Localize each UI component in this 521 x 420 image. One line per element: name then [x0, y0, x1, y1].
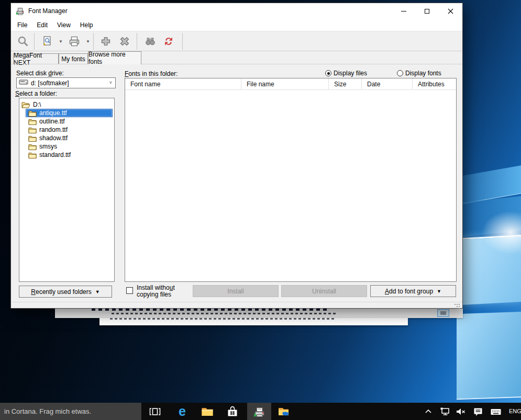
radio-icon	[325, 70, 331, 76]
store-button[interactable]	[222, 403, 243, 420]
background-window-strip	[55, 309, 463, 318]
uninstall-button[interactable]: Uninstall	[281, 285, 367, 297]
tab-bar: MegaFont NEXT My fonts Browse more fonts	[11, 51, 462, 64]
binoculars-icon	[144, 35, 157, 48]
language-indicator[interactable]: ENG	[509, 403, 521, 420]
find-button[interactable]	[142, 33, 158, 49]
volume-tray-button[interactable]	[453, 403, 468, 420]
menu-file[interactable]: File	[13, 20, 32, 30]
folder-tree[interactable]: D:\ antique.ttf outline.ttf random.ttf	[19, 98, 115, 282]
font-manager-taskbar-button[interactable]	[247, 403, 271, 420]
file-explorer-icon	[201, 405, 214, 418]
tree-root[interactable]: D:\	[19, 100, 114, 109]
toolbar: ▼ ▼	[11, 31, 462, 51]
printer-icon	[68, 35, 81, 48]
tree-item-smsys[interactable]: smsys	[19, 142, 114, 151]
install-without-copying-label: Install without copying files	[137, 285, 175, 298]
open-folder-icon	[21, 101, 30, 108]
statusbar-divider	[11, 302, 462, 302]
column-file-name[interactable]: File name	[241, 78, 329, 89]
refresh-icon	[162, 35, 175, 48]
folder-icon	[28, 110, 37, 117]
chevron-down-icon: ˅	[109, 80, 112, 85]
table-header: Font name File name Size Date Attributes	[125, 78, 456, 90]
column-font-name[interactable]: Font name	[125, 78, 241, 89]
x-icon	[118, 35, 131, 48]
font-file-table[interactable]: Font name File name Size Date Attributes	[125, 78, 457, 282]
radio-icon	[397, 70, 403, 76]
plus-icon	[99, 35, 112, 48]
radio-display-fonts[interactable]: Display fonts	[397, 70, 441, 77]
dropdown-arrow-icon: ▼	[437, 289, 441, 294]
column-date[interactable]: Date	[362, 78, 413, 89]
window-title: Font Manager	[28, 7, 68, 15]
keyboard-tray-button[interactable]	[488, 403, 504, 420]
highlighted-icon	[437, 309, 449, 317]
folder-icon	[28, 127, 37, 133]
close-button[interactable]	[439, 3, 462, 19]
keyboard-icon	[490, 405, 502, 418]
store-icon	[226, 405, 239, 418]
refresh-button[interactable]	[161, 33, 176, 49]
app-icon	[16, 7, 24, 15]
network-icon	[439, 406, 451, 417]
folder-icon	[28, 143, 37, 150]
network-tray-button[interactable]	[438, 403, 452, 420]
folder-label: Select a folder:	[15, 90, 57, 97]
disk-drive-select[interactable]: d: [softmaker] ˅	[16, 77, 116, 88]
minimize-icon	[401, 11, 406, 12]
tree-item-shadow[interactable]: shadow.ttf	[19, 134, 114, 142]
drive-icon	[19, 79, 28, 87]
maximize-button[interactable]	[415, 3, 439, 19]
resize-grip[interactable]	[454, 303, 460, 309]
dropdown-arrow-icon: ▼	[95, 289, 100, 294]
print-button[interactable]	[66, 33, 82, 49]
chevron-up-icon	[424, 407, 433, 416]
clipped-text-line	[112, 313, 337, 314]
tab-megafont-next[interactable]: MegaFont NEXT	[13, 53, 59, 64]
minimize-button[interactable]	[392, 3, 415, 19]
folder-cloud-button[interactable]	[273, 403, 294, 420]
clipped-text-line	[110, 318, 335, 320]
radio-display-files[interactable]: Display files	[325, 70, 367, 77]
install-without-copying-checkbox[interactable]	[126, 287, 133, 294]
recently-used-folders-button[interactable]: Recently used folders ▼	[19, 286, 112, 298]
font-manager-window: Font Manager File Edit View Help	[10, 3, 463, 309]
zoom-button[interactable]	[15, 33, 31, 49]
tab-my-fonts[interactable]: My fonts	[59, 53, 88, 64]
menu-edit[interactable]: Edit	[32, 20, 52, 30]
drive-value: d: [softmaker]	[31, 80, 69, 87]
magnifier-icon	[17, 35, 29, 48]
tree-item-outline[interactable]: outline.ttf	[19, 117, 114, 126]
print-dropdown[interactable]: ▼	[84, 33, 92, 49]
font-manager-icon	[253, 406, 265, 417]
background-window-strip-2	[99, 318, 408, 325]
column-size[interactable]: Size	[329, 78, 362, 89]
menu-view[interactable]: View	[52, 20, 75, 30]
task-view-button[interactable]	[145, 403, 165, 420]
print-preview-dropdown[interactable]: ▼	[57, 33, 64, 49]
cortana-search-box[interactable]: in Cortana. Frag mich etwas.	[0, 403, 141, 420]
column-attributes[interactable]: Attributes	[413, 78, 456, 89]
tree-item-antique[interactable]: antique.ttf	[19, 109, 114, 117]
fonts-in-folder-label: Fonts in this folder:	[125, 70, 178, 77]
notifications-tray-button[interactable]	[471, 403, 485, 420]
tree-item-standard[interactable]: standard.ttf	[19, 151, 114, 159]
edge-button[interactable]: e	[172, 403, 193, 420]
delete-fonts-button[interactable]	[117, 33, 132, 49]
install-fonts-button[interactable]	[98, 33, 114, 49]
titlebar[interactable]: Font Manager	[11, 3, 462, 19]
add-to-font-group-button[interactable]: Add to font group ▼	[370, 285, 456, 297]
file-explorer-button[interactable]	[197, 403, 218, 420]
folder-icon	[28, 152, 37, 158]
install-button[interactable]: Install	[193, 285, 279, 297]
print-preview-button[interactable]	[39, 33, 55, 49]
tab-browse-more-fonts[interactable]: Browse more fonts	[88, 51, 141, 64]
selection-highlight	[26, 109, 113, 117]
tree-item-random[interactable]: random.ttf	[19, 126, 114, 134]
drive-label: Select disk drive:	[16, 70, 64, 77]
menu-help[interactable]: Help	[75, 20, 98, 30]
tray-expand-button[interactable]	[421, 403, 436, 420]
edge-icon: e	[179, 405, 186, 418]
taskbar: in Cortana. Frag mich etwas. e	[0, 403, 521, 420]
